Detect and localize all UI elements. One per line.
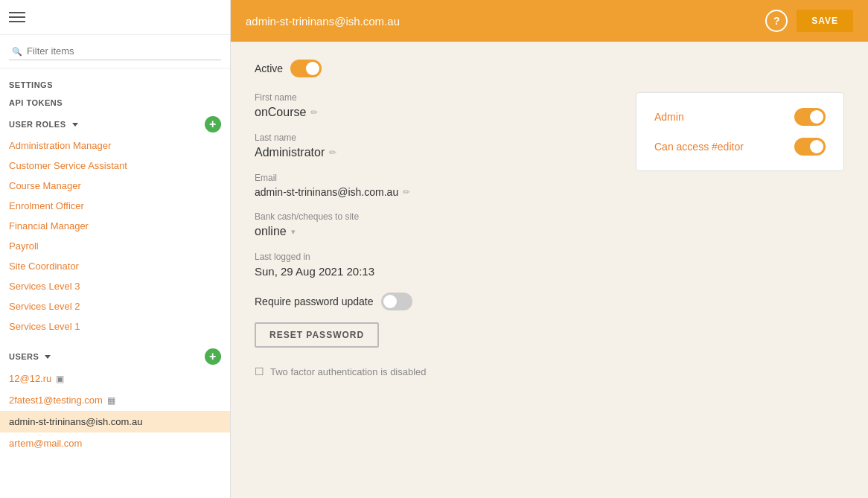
active-toggle-slider — [290, 60, 322, 77]
sidebar-header — [0, 0, 230, 35]
active-row: Active — [255, 60, 844, 77]
last-name-value: Administrator ✏ — [255, 146, 612, 159]
email-value: admin-st-trininans@ish.com.au ✏ — [255, 186, 612, 198]
sidebar-item-site-coordinator[interactable]: Site Coordinator — [0, 256, 230, 276]
user-roles-label: USER ROLES — [9, 120, 66, 129]
sidebar-item-csa[interactable]: Customer Service Assistant — [0, 156, 230, 176]
require-password-slider — [381, 293, 412, 310]
user-label: 12@12.ru — [9, 373, 51, 384]
last-logged-group: Last logged in Sun, 29 Aug 2021 20:13 — [255, 252, 612, 278]
user-label: artem@mail.com — [9, 438, 82, 449]
chevron-down-icon — [45, 355, 51, 359]
sidebar: SETTINGS API TOKENS USER ROLES + Adminis… — [0, 0, 231, 498]
first-name-label: First name — [255, 92, 612, 103]
active-toggle[interactable] — [290, 60, 322, 77]
user-item-2[interactable]: 2fatest1@testing.com ▦ — [0, 389, 230, 411]
sidebar-item-services-level-2[interactable]: Services Level 2 — [0, 296, 230, 316]
editor-toggle[interactable] — [794, 138, 826, 156]
sidebar-item-course-manager[interactable]: Course Manager — [0, 176, 230, 196]
tfa-icon: ☐ — [255, 365, 264, 377]
last-logged-label: Last logged in — [255, 252, 612, 262]
sidebar-search-container — [0, 35, 230, 68]
admin-toggle[interactable] — [794, 108, 826, 126]
first-name-edit-icon[interactable]: ✏ — [310, 107, 318, 118]
search-input[interactable] — [9, 42, 221, 60]
users-toggle[interactable]: USERS — [9, 352, 51, 361]
sidebar-item-admin-manager[interactable]: Administration Manager — [0, 135, 230, 156]
active-label: Active — [255, 63, 283, 74]
add-user-button[interactable]: + — [205, 348, 221, 365]
users-section-header[interactable]: USERS + — [0, 342, 230, 368]
user-item-4[interactable]: artem@mail.com — [0, 432, 230, 454]
users-label: USERS — [9, 352, 39, 361]
hamburger-icon[interactable] — [9, 12, 25, 22]
sidebar-item-payroll[interactable]: Payroll — [0, 236, 230, 256]
api-tokens-section-header[interactable]: API TOKENS — [0, 92, 230, 110]
editor-toggle-slider — [794, 138, 826, 156]
last-logged-value: Sun, 29 Aug 2021 20:13 — [255, 265, 612, 278]
user-label: 2fatest1@testing.com — [9, 395, 103, 406]
email-label: Email — [255, 173, 612, 183]
require-password-label: Require password update — [255, 296, 374, 307]
form-left: First name onCourse ✏ Last name Administ… — [255, 92, 612, 377]
form-section: First name onCourse ✏ Last name Administ… — [255, 92, 844, 377]
require-password-row: Require password update — [255, 293, 612, 310]
editor-label: Can access #editor — [654, 141, 744, 153]
user-item-3[interactable]: admin-st-trininans@ish.com.au — [0, 411, 230, 432]
first-name-value: onCourse ✏ — [255, 106, 612, 119]
api-tokens-label: API TOKENS — [9, 98, 63, 107]
bank-label: Bank cash/cheques to site — [255, 211, 612, 222]
save-button[interactable]: SAVE — [797, 10, 853, 32]
user-roles-section-header[interactable]: USER ROLES + — [0, 110, 230, 135]
user-item-1[interactable]: 12@12.ru ▣ — [0, 368, 230, 389]
user-mobile-icon: ▦ — [107, 395, 115, 406]
sidebar-content: SETTINGS API TOKENS USER ROLES + Adminis… — [0, 68, 230, 498]
admin-card: Admin Can access #editor — [636, 92, 844, 171]
topbar-actions: ? SAVE — [765, 10, 853, 32]
main-panel: admin-st-trininans@ish.com.au ? SAVE Act… — [231, 0, 868, 498]
admin-toggle-slider — [794, 108, 826, 126]
reset-password-button[interactable]: RESET PASSWORD — [255, 322, 379, 348]
user-label: admin-st-trininans@ish.com.au — [9, 416, 142, 427]
settings-section-header: SETTINGS — [0, 74, 230, 92]
sidebar-item-services-level-1[interactable]: Services Level 1 — [0, 316, 230, 336]
email-edit-icon[interactable]: ✏ — [403, 187, 410, 197]
tfa-label: Two factor authentication is disabled — [270, 366, 427, 377]
editor-row: Can access #editor — [654, 138, 826, 156]
sidebar-item-enrolment-officer[interactable]: Enrolment Officer — [0, 196, 230, 216]
admin-row: Admin — [654, 108, 826, 126]
email-group: Email admin-st-trininans@ish.com.au ✏ — [255, 173, 612, 198]
sidebar-item-services-level-3[interactable]: Services Level 3 — [0, 276, 230, 296]
user-device-icon: ▣ — [56, 374, 64, 384]
bank-value: online ▾ — [255, 225, 612, 238]
chevron-down-icon — [72, 123, 78, 127]
bank-dropdown-icon[interactable]: ▾ — [291, 227, 296, 237]
help-button[interactable]: ? — [765, 10, 788, 32]
bank-group: Bank cash/cheques to site online ▾ — [255, 211, 612, 238]
sidebar-item-financial-manager[interactable]: Financial Manager — [0, 216, 230, 236]
user-roles-toggle[interactable]: USER ROLES — [9, 120, 78, 129]
last-name-label: Last name — [255, 133, 612, 143]
add-role-button[interactable]: + — [205, 116, 221, 133]
admin-label: Admin — [654, 111, 684, 123]
topbar: admin-st-trininans@ish.com.au ? SAVE — [231, 0, 868, 42]
tfa-row: ☐ Two factor authentication is disabled — [255, 365, 612, 377]
settings-label: SETTINGS — [9, 80, 53, 89]
last-name-group: Last name Administrator ✏ — [255, 133, 612, 159]
main-content: Active First name onCourse ✏ Last nam — [231, 42, 868, 498]
last-name-edit-icon[interactable]: ✏ — [329, 147, 336, 158]
topbar-title: admin-st-trininans@ish.com.au — [246, 15, 400, 28]
first-name-group: First name onCourse ✏ — [255, 92, 612, 119]
require-password-toggle[interactable] — [381, 293, 412, 310]
